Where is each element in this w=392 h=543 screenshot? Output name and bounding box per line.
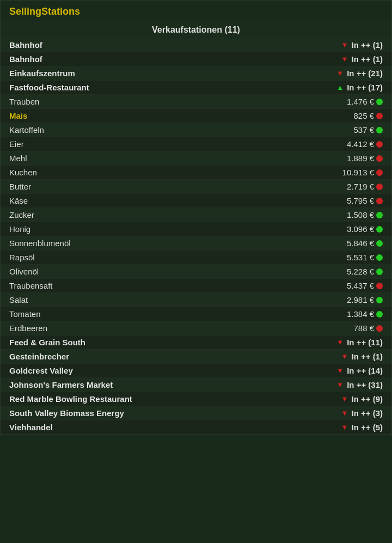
row-label: Tomaten: [9, 309, 307, 319]
row-label: Gesteinbrecher: [9, 352, 307, 361]
row-value-text: 1.476 €: [347, 97, 374, 106]
red-indicator: [376, 325, 383, 332]
row-label: Traubensaft: [9, 281, 307, 290]
table-row: Mais825 €: [1, 109, 391, 123]
table-row: Mehl1.889 €: [1, 151, 391, 166]
red-indicator: [376, 283, 383, 289]
row-value-text: 825 €: [353, 111, 374, 120]
selling-stations-panel: SellingStations Verkaufstationen (11) Ba…: [0, 0, 392, 435]
green-indicator: [376, 269, 383, 275]
row-value-text: 788 €: [353, 324, 374, 333]
row-label: Fastfood-Restaurant: [9, 83, 307, 92]
row-label: Salat: [9, 295, 307, 304]
row-value-text: 1.889 €: [347, 154, 374, 163]
row-value-text: 5.795 €: [347, 196, 374, 205]
green-indicator: [376, 311, 383, 318]
row-value: ▲In ++ (17): [307, 83, 383, 92]
red-indicator: [376, 113, 383, 119]
row-value: 537 €: [307, 125, 383, 135]
row-value-text: In ++ (11): [347, 338, 383, 347]
row-value: 825 €: [307, 111, 383, 120]
row-label: Viehhandel: [9, 423, 307, 432]
table-row: Sonnenblumenöl5.846 €: [1, 236, 391, 251]
row-value: 2.719 €: [307, 182, 383, 191]
green-indicator: [376, 254, 383, 261]
row-value: 4.412 €: [307, 139, 383, 149]
arrow-down-icon: ▼: [336, 381, 344, 389]
row-label: Käse: [9, 196, 307, 205]
row-value: 1.508 €: [307, 210, 383, 219]
green-indicator: [376, 297, 383, 303]
red-indicator: [376, 198, 383, 204]
row-value-text: 5.228 €: [347, 267, 374, 276]
row-value: 788 €: [307, 324, 383, 333]
row-value: 1.889 €: [307, 154, 383, 163]
row-value-text: 3.096 €: [347, 224, 374, 234]
row-value-text: 537 €: [353, 125, 374, 135]
table-row: Erdbeeren788 €: [1, 321, 391, 335]
red-indicator: [376, 169, 383, 176]
arrow-down-icon: ▼: [336, 338, 344, 346]
row-label: Butter: [9, 182, 307, 191]
arrow-down-icon: ▼: [336, 367, 344, 375]
table-row: Bahnhof▼In ++ (1): [1, 52, 391, 66]
row-label: Sonnenblumenöl: [9, 239, 307, 248]
row-label: Red Marble Bowling Restaurant: [9, 394, 307, 404]
table-row: Feed & Grain South▼In ++ (11): [1, 335, 391, 350]
row-value-text: 4.412 €: [347, 139, 374, 149]
table-row: South Valley Biomass Energy▼In ++ (3): [1, 406, 391, 420]
row-value-text: 2.981 €: [347, 295, 374, 304]
arrow-down-icon: ▼: [341, 423, 348, 431]
table-row: Honig3.096 €: [1, 222, 391, 236]
table-row: Red Marble Bowling Restaurant▼In ++ (9): [1, 392, 391, 406]
row-value-text: 5.437 €: [347, 281, 374, 290]
row-value-text: In ++ (21): [347, 69, 383, 78]
arrow-down-icon: ▼: [336, 69, 344, 77]
panel-title: SellingStations: [1, 1, 391, 22]
row-value-text: In ++ (5): [351, 423, 383, 432]
table-row: Viehhandel▼In ++ (5): [1, 420, 391, 435]
table-row: Johnson's Farmers Market▼In ++ (31): [1, 378, 391, 392]
red-indicator: [376, 184, 383, 190]
row-value: 1.476 €: [307, 97, 383, 106]
row-label: Kartoffeln: [9, 125, 307, 135]
row-value-text: 5.846 €: [347, 239, 374, 248]
row-label: Zucker: [9, 210, 307, 219]
arrow-down-icon: ▼: [341, 352, 348, 361]
row-label: Eier: [9, 139, 307, 149]
green-indicator: [376, 127, 383, 133]
row-value-text: In ++ (3): [351, 408, 383, 418]
row-value-text: In ++ (14): [347, 366, 383, 375]
row-value: 10.913 €: [307, 168, 383, 177]
row-value: 5.228 €: [307, 267, 383, 276]
table-row: Bahnhof▼In ++ (1): [1, 38, 391, 52]
table-row: Butter2.719 €: [1, 180, 391, 194]
table-row: Tomaten1.384 €: [1, 307, 391, 321]
row-value: 5.531 €: [307, 253, 383, 262]
arrow-down-icon: ▼: [341, 41, 348, 49]
row-value-text: 1.508 €: [347, 210, 374, 219]
row-value: ▼In ++ (14): [307, 366, 383, 375]
table-row: Gesteinbrecher▼In ++ (1): [1, 350, 391, 364]
row-label: Feed & Grain South: [9, 338, 307, 347]
table-row: Salat2.981 €: [1, 293, 391, 307]
table-row: Goldcrest Valley▼In ++ (14): [1, 364, 391, 378]
row-value-text: In ++ (1): [351, 352, 383, 361]
row-label: Bahnhof: [9, 54, 307, 64]
row-label: Rapsöl: [9, 253, 307, 262]
row-value-text: In ++ (9): [351, 394, 383, 404]
row-value: 5.846 €: [307, 239, 383, 248]
row-label: Goldcrest Valley: [9, 366, 307, 375]
row-value-text: 5.531 €: [347, 253, 374, 262]
green-indicator: [376, 212, 383, 218]
arrow-down-icon: ▼: [341, 409, 348, 417]
row-label: Johnson's Farmers Market: [9, 380, 307, 389]
row-value-text: 10.913 €: [342, 168, 374, 177]
row-value: ▼In ++ (3): [307, 408, 383, 418]
table-row: Zucker1.508 €: [1, 208, 391, 222]
table-row: Olivenöl5.228 €: [1, 265, 391, 279]
green-indicator: [376, 226, 383, 233]
row-value-text: In ++ (1): [351, 54, 383, 64]
row-value: 2.981 €: [307, 295, 383, 304]
arrow-up-icon: ▲: [336, 83, 344, 91]
